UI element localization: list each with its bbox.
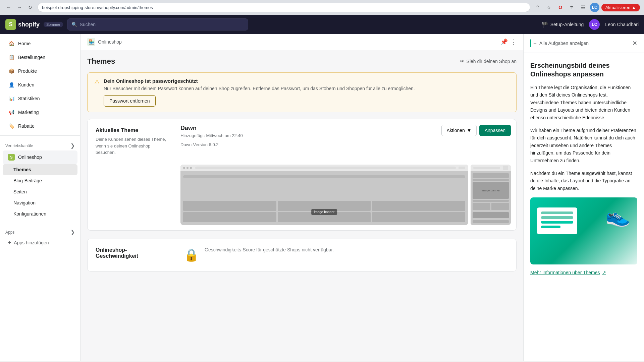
lock-icon: 🔒 [183,247,199,263]
vertriebskanaele-section: Vertriebskanäle ❯ [0,138,80,150]
panel-illustration: 👟 [530,197,637,264]
star-button[interactable]: ☆ [544,3,554,12]
sidebar-subitem-themes[interactable]: Themes [3,164,77,175]
user-name[interactable]: Leon Chaudhari [605,22,639,27]
sidebar-subitem-navigation[interactable]: Navigation [3,197,77,208]
products-icon: 📦 [8,68,15,74]
theme-action-buttons: Aktionen ▼ Anpassen [441,125,511,136]
theme-name: Dawn [180,125,243,132]
panel-text-3: Nachdem du ein Theme ausgewählt hast, ka… [530,170,637,192]
right-panel-content: Erscheinungsbild deines Onlineshops anpa… [524,53,644,283]
sidebar-item-onlineshop[interactable]: S Onlineshop [3,150,77,164]
aktualisieren-button[interactable]: Aktualisieren ▲ [601,4,640,11]
vertriebskanaele-chevron-icon: ❯ [70,142,75,149]
pin-button[interactable]: 📌 [500,38,508,46]
right-panel: ← Alle Aufgaben anzeigen ✕ Erscheinungsb… [523,34,644,361]
preview-side-browser [471,165,511,171]
summer-badge: Sommer [44,22,63,27]
close-panel-button[interactable]: ✕ [632,40,637,47]
speed-title: Onlineshop-Geschwindigkeit [96,247,167,259]
user-avatar[interactable]: LC [589,19,600,30]
aktuelles-theme-desc: Deine Kunden sehen dieses Theme, wenn si… [96,136,167,156]
preview-side-row-2 [473,179,509,181]
sidebar-item-marketing[interactable]: 📢 Marketing [3,106,77,119]
top-bar: S shopify Sommer 🔍 🏴 Setup-Anleitung LC … [0,15,644,34]
refresh-nav-button[interactable]: ↻ [25,3,35,12]
address-bar[interactable]: beispiel-dropshipping-store.myshopify.co… [38,3,530,12]
top-bar-right: 🏴 Setup-Anleitung LC Leon Chaudhari [542,19,639,30]
sidebar-item-bestellungen[interactable]: 📋 Bestellungen [3,51,77,64]
panel-indicator [530,39,531,47]
customers-icon: 👤 [8,81,15,88]
mockup-wave-1 [541,212,573,214]
browser-chrome: ← → ↻ beispiel-dropshipping-store.myshop… [0,0,644,15]
panel-heading: Erscheinungsbild deines Onlineshops anpa… [530,61,637,78]
more-info-link[interactable]: Mehr Informationen über Themes ↗ [530,270,637,275]
password-alert-banner: ⚠ Dein Onlineshop ist passwortgeschützt … [87,72,517,112]
sidebar-subitem-seiten[interactable]: Seiten [3,186,77,197]
sidebar-item-kunden[interactable]: 👤 Kunden [3,78,77,92]
share-button[interactable]: ⇧ [533,3,542,12]
mockup-wave-2 [541,216,573,219]
main-content: 🏠 Home 📋 Bestellungen 📦 Produkte 👤 Kunde… [0,34,644,361]
grid-item-3 [372,201,465,211]
sidebar-item-home[interactable]: 🏠 Home [3,37,77,50]
preview-side-banner-label: Image banner [481,189,500,192]
search-bar[interactable]: 🔍 [67,18,248,31]
grid-item-4 [183,212,276,222]
preview-banner-label: Image banner [311,209,337,215]
back-arrow-icon: ← [533,41,537,46]
preview-side-row-3 [473,200,509,202]
speed-section-inner: Onlineshop-Geschwindigkeit 🔒 Geschwindig… [88,239,516,271]
mockup-line-1 [541,221,573,224]
theme-added-label: Hinzugefügt: Mittwoch um 22:40 [180,133,243,138]
theme-name-meta: Dawn Hinzugefügt: Mittwoch um 22:40 Dawn… [180,125,243,151]
mockup-line-2 [541,226,560,228]
shopify-logo-text: shopify [18,21,40,28]
panel-text-2: Wir haben ein Theme aufgrund deiner Präf… [530,127,637,164]
current-theme-section: Aktuelles Theme Deine Kunden sehen diese… [87,119,517,231]
opera-button[interactable]: O [556,3,565,12]
setup-anleitung-link[interactable]: 🏴 Setup-Anleitung [542,21,584,28]
home-icon: 🏠 [8,40,15,47]
alert-icon: ⚠ [94,78,100,107]
sidebar-item-statistiken[interactable]: 📊 Statistiken [3,92,77,105]
forward-nav-button[interactable]: → [15,3,24,12]
chevron-down-icon: ▼ [467,128,472,133]
search-icon: 🔍 [71,22,77,27]
speed-section: Onlineshop-Geschwindigkeit 🔒 Geschwindig… [87,239,517,272]
page-content: Themes 👁 Sieh dir deinen Shop an ⚠ Dein … [80,50,523,278]
aktionen-button[interactable]: Aktionen ▼ [441,125,476,136]
view-shop-link[interactable]: 👁 Sieh dir deinen Shop an [460,59,517,64]
back-to-tasks-button[interactable]: ← Alle Aufgaben anzeigen [533,41,589,46]
back-nav-button[interactable]: ← [4,3,13,12]
breadcrumb: 🏪 Onlineshop [87,38,122,46]
more-options-button[interactable]: ⋮ [511,38,517,46]
grid-button[interactable]: ☷ [579,3,588,12]
profile-button[interactable]: LC [590,3,599,12]
preview-dot-1 [183,167,185,169]
passwort-entfernen-button[interactable]: Passwort entfernen [104,95,156,107]
add-icon: + [8,240,11,246]
theme-preview: Dawn Hinzugefügt: Mittwoch um 22:40 Dawn… [175,119,516,230]
page-title-row: Themes 👁 Sieh dir deinen Shop an [87,57,517,66]
sidebar-item-produkte[interactable]: 📦 Produkte [3,64,77,78]
add-apps-button[interactable]: + Apps hinzufügen [3,237,77,248]
marketing-icon: 📢 [8,109,15,116]
sidebar-item-rabatte[interactable]: 🏷️ Rabatte [3,119,77,133]
search-input[interactable] [80,22,244,27]
browser-action-buttons: ⇧ ☆ O ☂ ☷ LC Aktualisieren ▲ [533,3,640,12]
speed-info: Onlineshop-Geschwindigkeit [88,239,175,271]
anpassen-button[interactable]: Anpassen [479,125,511,136]
theme-version-label: Dawn-Version 6.0.2 [180,142,243,147]
shopify-logo[interactable]: S shopify [5,19,40,30]
flag-icon: 🏴 [542,21,548,28]
sidebar-subitem-konfigurationen[interactable]: Konfigurationen [3,208,77,219]
preview-dot-3 [190,167,192,169]
extensions-button[interactable]: ☂ [567,3,577,12]
speed-text: Geschwindigkeits-Score für geschützte Sh… [205,247,334,252]
content-area: 🏪 Onlineshop 📌 ⋮ Themes 👁 Sieh dir deine… [80,34,523,361]
alert-text: Nur Besucher mit deinem Passwort können … [104,86,415,91]
preview-main-desktop: Image banner [180,165,468,225]
sidebar-subitem-blog[interactable]: Blog-Beiträge [3,175,77,186]
